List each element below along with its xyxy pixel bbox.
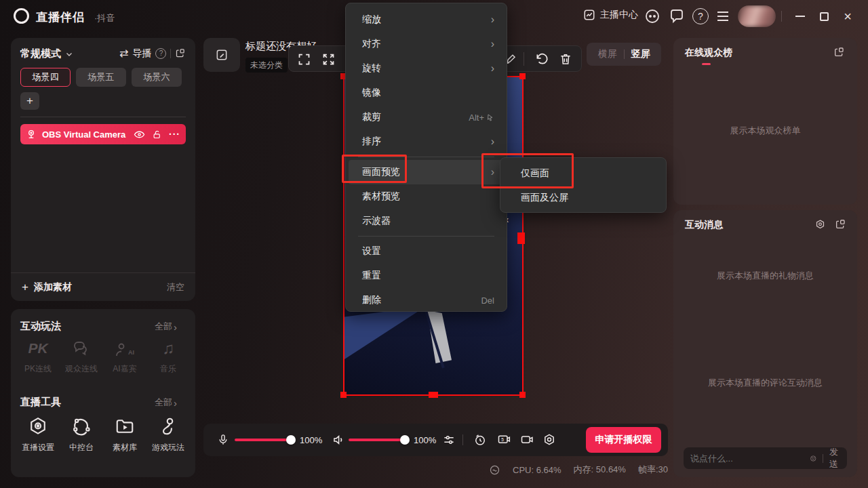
screen-preview-submenu: 仅画面 画面及公屏 (500, 157, 667, 213)
mic-volume-knob[interactable] (286, 435, 296, 445)
mode-selector[interactable]: 常规模式 (20, 47, 73, 60)
popout-icon[interactable] (833, 47, 844, 58)
add-material-button[interactable]: + 添加素材 (22, 281, 167, 294)
portrait-tab[interactable]: 竖屏 (631, 48, 650, 60)
timer-icon[interactable] (473, 433, 487, 447)
submenu-item-picture-only[interactable]: 仅画面 (503, 161, 663, 186)
console-button[interactable]: 中控台 (60, 416, 103, 453)
apply-broadcast-button[interactable]: 申请开播权限 (586, 427, 661, 453)
menu-item-crop[interactable]: 裁剪 Alt+ (349, 105, 504, 129)
menu-item-zoom[interactable]: 缩放› (349, 7, 504, 32)
close-button[interactable]: × (837, 6, 858, 26)
send-button[interactable]: 发送 (829, 446, 840, 470)
person-pin-icon (158, 416, 178, 436)
menu-item-sort[interactable]: 排序› (349, 129, 504, 154)
material-bar: + 添加素材 清空 (11, 272, 195, 301)
memory-usage: 内存: 50.64% (574, 464, 626, 476)
scene-tab-6[interactable]: 场景六 (132, 68, 182, 87)
frame-rate: 帧率:30 (638, 464, 668, 476)
submenu-item-picture-and-screen[interactable]: 画面及公屏 (503, 186, 663, 210)
fit-screen-icon[interactable] (297, 52, 311, 66)
add-scene-button[interactable]: + (20, 92, 39, 110)
handle-bottom-left[interactable] (340, 392, 347, 398)
live-settings-button[interactable]: 直播设置 (16, 416, 60, 453)
menu-item-material-preview[interactable]: 素材预览 (349, 184, 504, 209)
minimize-button[interactable] (790, 6, 810, 26)
camera-icon[interactable] (519, 433, 534, 447)
trash-icon[interactable] (559, 52, 572, 66)
audio-mixer-icon[interactable] (442, 433, 456, 447)
countdown-record-icon[interactable]: 5 (496, 433, 511, 447)
scene-tab-4[interactable]: 场景四 (20, 68, 71, 87)
speaker-volume-knob[interactable] (400, 435, 410, 445)
visibility-eye-icon[interactable] (134, 129, 145, 140)
undo-icon[interactable] (534, 52, 549, 66)
interactive-messages-panel: 互动消息 展示本场直播的礼物消息 展示本场直播的评论互动消息 发送 (673, 210, 857, 477)
handle-right-mid[interactable] (517, 232, 525, 244)
speaker-volume-slider[interactable] (349, 439, 406, 441)
game-play-button[interactable]: 游戏玩法 (146, 416, 190, 453)
add-material-label: 添加素材 (34, 281, 72, 293)
chat-input[interactable] (690, 453, 810, 464)
landscape-tab[interactable]: 横屏 (598, 48, 617, 60)
avatar[interactable] (738, 5, 776, 27)
anchor-center-label: 主播中心 (600, 9, 638, 21)
edit-room-button[interactable] (203, 38, 240, 72)
menu-item-settings[interactable]: 设置 (349, 239, 504, 264)
message-settings-gear-icon[interactable] (814, 219, 826, 230)
clear-button[interactable]: 清空 (167, 281, 184, 293)
handle-top-right[interactable] (519, 73, 526, 79)
scene-tab-5[interactable]: 场景五 (76, 68, 126, 87)
bubbles-icon (73, 339, 90, 358)
toggle-divider (624, 49, 625, 59)
settings-hexagon-icon[interactable] (542, 433, 556, 447)
music-note-icon: ♫ (162, 339, 174, 358)
chat-icon[interactable] (669, 8, 685, 24)
ai-guest-button[interactable]: AI AI嘉宾 (103, 339, 146, 375)
handle-bottom-right[interactable] (519, 392, 526, 398)
category-tag[interactable]: 未选分类 (245, 58, 288, 73)
comment-messages-placeholder: 展示本场直播的评论互动消息 (673, 377, 857, 389)
director-label[interactable]: 导播 (132, 47, 151, 60)
viewers-title[interactable]: 在线观众榜 (685, 47, 732, 59)
interactive-play-all-link[interactable]: 全部 › (155, 321, 177, 333)
popout-icon[interactable] (175, 48, 185, 58)
music-button[interactable]: ♫ 音乐 (146, 339, 190, 375)
speaker-icon[interactable] (332, 433, 346, 447)
audience-link-button[interactable]: 观众连线 (60, 339, 103, 375)
interactive-play-row: PK PK连线 观众连线 AI AI嘉宾 ♫ 音乐 (16, 339, 190, 375)
swap-icon[interactable]: ⇄ (119, 47, 128, 60)
handle-bottom-mid[interactable] (429, 392, 438, 398)
menu-item-reset[interactable]: 重置 (349, 264, 504, 288)
mic-volume-value: 100% (300, 435, 322, 445)
pk-link-button[interactable]: PK PK连线 (16, 339, 60, 375)
pk-icon: PK (28, 339, 47, 358)
maximize-button[interactable] (814, 6, 834, 26)
unlock-icon[interactable] (152, 129, 162, 140)
mic-volume-slider[interactable] (235, 439, 292, 441)
menu-icon[interactable] (716, 10, 730, 22)
popout-icon[interactable] (835, 219, 846, 230)
menu-item-align[interactable]: 对齐› (349, 32, 504, 56)
material-library-button[interactable]: 素材库 (103, 416, 146, 453)
menu-item-screen-preview[interactable]: 画面预览› (349, 160, 504, 184)
fullscreen-expand-icon[interactable] (321, 52, 336, 66)
anchor-center-button[interactable]: 主播中心 (583, 9, 638, 21)
network-icon (71, 416, 92, 436)
bottom-control-bar: 100% 100% 5 申请开播权限 (203, 424, 668, 456)
menu-item-oscilloscope[interactable]: 示波器 (349, 209, 504, 233)
chart-icon (583, 9, 595, 21)
director-help-icon[interactable]: ? (155, 48, 166, 59)
menu-item-mirror[interactable]: 镜像 (349, 81, 504, 105)
submenu-arrow-icon: › (491, 62, 494, 75)
menu-item-delete[interactable]: 删除Del (349, 288, 504, 312)
emoji-icon[interactable] (810, 453, 816, 464)
microphone-icon[interactable] (217, 433, 229, 447)
menu-item-rotate[interactable]: 旋转› (349, 56, 504, 81)
live-tools-all-link[interactable]: 全部 › (155, 396, 177, 409)
scene-label: 场景五 (88, 71, 115, 83)
more-options-icon[interactable]: ··· (169, 129, 180, 140)
assistant-icon[interactable] (644, 8, 660, 24)
source-item-obs-virtual-camera[interactable]: OBS Virtual Camera ··· (20, 124, 186, 144)
help-icon[interactable]: ? (692, 8, 709, 24)
